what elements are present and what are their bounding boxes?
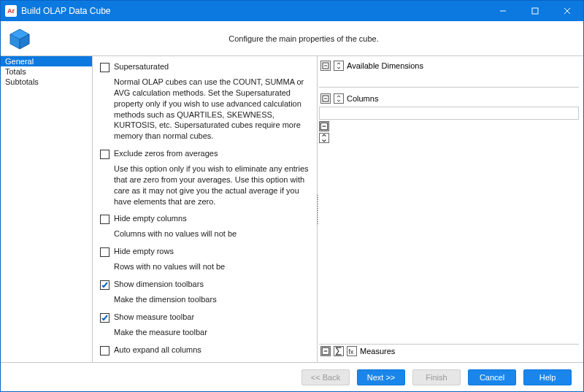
collapse-icon[interactable] — [320, 93, 331, 104]
label-supersaturated: Supersaturated — [114, 62, 169, 71]
svg-rect-1 — [532, 8, 538, 14]
sort-icon[interactable] — [319, 133, 329, 143]
label-hide-empty-cols: Hide empty columns — [114, 214, 187, 223]
window: Ar Build OLAP Data Cube Configure the ma… — [0, 0, 584, 392]
rows-toolbar — [319, 120, 332, 342]
data-grid[interactable] — [332, 120, 579, 342]
back-button: << Back — [301, 369, 350, 385]
body: General Totals Subtotals Supersaturated … — [1, 56, 583, 362]
finish-button: Finish — [412, 369, 461, 385]
checkbox-exclude-zeros[interactable] — [100, 150, 110, 159]
minimize-button[interactable] — [487, 1, 519, 21]
options-pane: Supersaturated Normal OLAP cubes can use… — [93, 56, 318, 362]
measures-label: Measures — [360, 347, 395, 356]
checkbox-show-measure-toolbar[interactable] — [100, 313, 110, 323]
titlebar: Ar Build OLAP Data Cube — [1, 1, 583, 21]
desc-hide-empty-rows: Rows with no values will not be — [114, 261, 310, 272]
collapse-icon[interactable] — [320, 61, 331, 71]
desc-exclude-zeros: Use this option only if you wish to elim… — [114, 164, 310, 207]
desc-show-measure-toolbar: Make the measure toolbar — [114, 327, 310, 338]
cancel-button[interactable]: Cancel — [468, 369, 516, 385]
measures-header: fx Measures — [319, 344, 579, 358]
maximize-button[interactable] — [519, 1, 551, 21]
footer: << Back Next >> Finish Cancel Help — [1, 362, 583, 391]
columns-label: Columns — [347, 94, 378, 103]
sidebar-item-general[interactable]: General — [1, 56, 92, 66]
sort-icon[interactable] — [334, 93, 344, 104]
header-caption: Configure the main properties of the cub… — [31, 34, 576, 43]
rows-area — [319, 120, 579, 342]
label-exclude-zeros: Exclude zeros from averages — [114, 149, 218, 158]
checkbox-hide-empty-cols[interactable] — [100, 215, 110, 224]
label-hide-empty-rows: Hide empty rows — [114, 247, 174, 255]
sidebar-item-totals[interactable]: Totals — [1, 66, 92, 77]
help-button[interactable]: Help — [523, 369, 572, 385]
main: Supersaturated Normal OLAP cubes can use… — [93, 56, 583, 362]
columns-list[interactable] — [319, 107, 579, 120]
columns-header: Columns — [319, 92, 579, 105]
desc-hide-empty-cols: Columns with no values will not be — [114, 228, 310, 239]
checkbox-hide-empty-rows[interactable] — [100, 247, 110, 257]
collapse-icon[interactable] — [320, 346, 331, 356]
collapse-icon[interactable] — [319, 121, 329, 131]
label-show-measure-toolbar: Show measure toolbar — [114, 312, 194, 321]
app-icon: Ar — [5, 5, 17, 17]
available-dimensions-list[interactable] — [319, 72, 579, 85]
sidebar: General Totals Subtotals — [1, 56, 93, 362]
checkbox-show-dim-toolbars[interactable] — [100, 280, 110, 290]
window-title: Build OLAP Data Cube — [21, 6, 111, 16]
label-auto-expand-cols: Auto expand all columns — [114, 345, 201, 354]
available-dimensions-header: Available Dimensions — [319, 59, 579, 72]
svg-text:fx: fx — [348, 347, 354, 356]
close-button[interactable] — [551, 1, 583, 21]
next-button[interactable]: Next >> — [357, 369, 405, 385]
cube-icon — [8, 27, 31, 50]
splitter[interactable] — [315, 56, 319, 362]
desc-supersaturated: Normal OLAP cubes can use the COUNT, SUM… — [114, 77, 310, 142]
sigma-icon[interactable] — [334, 346, 344, 356]
checkbox-auto-expand-cols[interactable] — [100, 346, 110, 356]
label-show-dim-toolbars: Show dimension toolbars — [114, 280, 204, 288]
right-pane: Available Dimensions Columns — [318, 56, 583, 362]
sort-icon[interactable] — [334, 61, 344, 71]
available-dimensions-label: Available Dimensions — [347, 61, 423, 70]
sidebar-item-subtotals[interactable]: Subtotals — [1, 77, 92, 87]
function-icon[interactable]: fx — [347, 346, 357, 356]
checkbox-supersaturated[interactable] — [100, 63, 110, 72]
desc-show-dim-toolbars: Make the dimension toolbars — [114, 294, 310, 305]
header-strip: Configure the main properties of the cub… — [1, 21, 583, 56]
